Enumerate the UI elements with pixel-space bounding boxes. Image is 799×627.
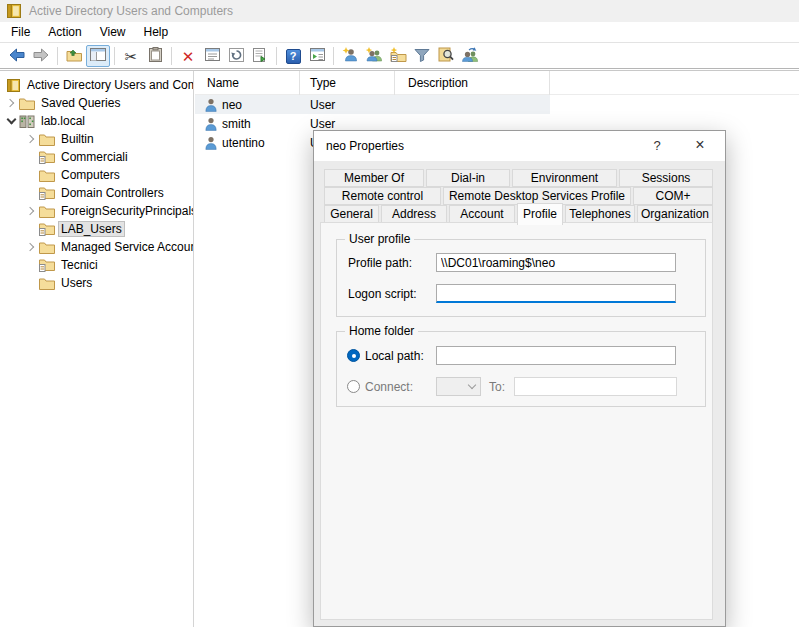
new-user-button[interactable]	[338, 45, 362, 67]
ou-folder-icon	[38, 186, 56, 200]
logon-script-input[interactable]	[436, 284, 676, 303]
domain-icon	[18, 115, 36, 128]
help-button[interactable]: ?	[281, 45, 305, 67]
column-header-description[interactable]: Description	[395, 71, 550, 95]
local-path-input[interactable]	[436, 346, 676, 365]
local-path-label: Local path:	[365, 349, 424, 363]
menu-action[interactable]: Action	[39, 22, 90, 42]
dialog-help-button[interactable]: ?	[647, 136, 667, 156]
profile-path-input[interactable]	[436, 253, 676, 272]
menu-bar: File Action View Help	[0, 22, 799, 43]
delete-button[interactable]: ✕	[176, 45, 200, 67]
tree-item-root[interactable]: Active Directory Users and Computers	[0, 76, 193, 94]
column-header-type[interactable]: Type	[300, 71, 395, 95]
tree-item-tecnici[interactable]: Tecnici	[0, 256, 193, 274]
properties-window-icon	[205, 48, 220, 64]
cut-button[interactable]: ✂	[119, 45, 143, 67]
connect-label: Connect:	[365, 380, 413, 394]
list-row-neo[interactable]: neo User	[195, 95, 550, 114]
tab-account[interactable]: Account	[449, 205, 515, 223]
local-path-radio[interactable]	[347, 349, 360, 362]
up-one-level-button[interactable]	[62, 45, 86, 67]
console-root-icon	[4, 79, 22, 92]
chevron-right-icon[interactable]	[24, 136, 38, 142]
tab-address[interactable]: Address	[381, 205, 447, 223]
console-tree-icon	[90, 48, 106, 64]
back-arrow-icon	[9, 48, 25, 65]
tab-profile[interactable]: Profile	[517, 203, 563, 225]
user-profile-group: User profile Profile path: Logon script:	[336, 239, 706, 317]
refresh-icon	[229, 48, 244, 65]
tree-item-domain-controllers[interactable]: Domain Controllers	[0, 184, 193, 202]
dialog-title-bar: neo Properties ? ×	[314, 131, 725, 161]
dialog-close-button[interactable]: ×	[689, 134, 711, 156]
dialog-tabs: Member Of Dial-in Environment Sessions R…	[324, 169, 713, 223]
tree-item-foreign-security-principals[interactable]: ForeignSecurityPrincipals	[0, 202, 193, 220]
tree-item-commerciali[interactable]: Commerciali	[0, 148, 193, 166]
user-profile-legend: User profile	[345, 232, 414, 246]
chevron-down-icon[interactable]	[4, 116, 18, 126]
new-ou-button[interactable]	[386, 45, 410, 67]
tab-environment[interactable]: Environment	[512, 169, 617, 187]
toolbar-separator	[333, 47, 334, 65]
export-list-button[interactable]	[248, 45, 272, 67]
tab-telephones[interactable]: Telephones	[565, 205, 635, 223]
paste-button[interactable]	[143, 45, 167, 67]
tab-dial-in[interactable]: Dial-in	[426, 169, 510, 187]
tree-item-lab-local[interactable]: lab.local	[0, 112, 193, 130]
home-folder-legend: Home folder	[345, 324, 418, 338]
profile-tab-page: User profile Profile path: Logon script:…	[320, 222, 713, 620]
tree-item-lab-users[interactable]: LAB_Users	[0, 220, 193, 238]
chevron-down-icon	[468, 381, 476, 389]
refresh-button[interactable]	[224, 45, 248, 67]
new-group-button[interactable]	[362, 45, 386, 67]
new-window-button[interactable]	[305, 45, 329, 67]
find-button[interactable]	[434, 45, 458, 67]
forward-arrow-icon	[33, 48, 49, 65]
title-bar: Active Directory Users and Computers	[0, 0, 799, 22]
column-header-name[interactable]: Name	[195, 71, 300, 95]
user-icon	[205, 98, 217, 112]
back-button[interactable]	[5, 45, 29, 67]
clipboard-icon	[149, 47, 162, 65]
tree-item-saved-queries[interactable]: Saved Queries	[0, 94, 193, 112]
list-header: Name Type Description	[195, 71, 799, 95]
tab-general[interactable]: General	[324, 205, 379, 223]
tab-com-plus[interactable]: COM+	[633, 187, 713, 205]
console-tree-toggle-button[interactable]	[86, 45, 110, 67]
app-icon	[7, 4, 21, 18]
menu-help[interactable]: Help	[135, 22, 178, 42]
menu-file[interactable]: File	[2, 22, 39, 42]
delegate-control-button[interactable]	[458, 45, 482, 67]
user-icon	[205, 117, 217, 131]
folder-icon	[38, 205, 56, 218]
tab-remote-control[interactable]: Remote control	[324, 187, 441, 205]
dialog-title: neo Properties	[326, 139, 404, 153]
menu-view[interactable]: View	[91, 22, 135, 42]
chevron-right-icon[interactable]	[24, 208, 38, 214]
tab-organization[interactable]: Organization	[637, 205, 713, 223]
export-list-icon	[253, 48, 268, 65]
tab-member-of[interactable]: Member Of	[324, 169, 424, 187]
new-ou-icon	[390, 47, 407, 65]
toolbar-separator	[57, 47, 58, 65]
tree-item-users[interactable]: Users	[0, 274, 193, 292]
forward-button[interactable]	[29, 45, 53, 67]
chevron-right-icon[interactable]	[4, 100, 18, 106]
tab-sessions[interactable]: Sessions	[619, 169, 713, 187]
toolbar-separator	[276, 47, 277, 65]
filter-funnel-icon	[414, 48, 430, 65]
window-title: Active Directory Users and Computers	[29, 4, 233, 18]
toolbar-separator	[114, 47, 115, 65]
ou-folder-icon	[38, 150, 56, 164]
tab-row-1: Member Of Dial-in Environment Sessions	[324, 169, 713, 187]
tree-item-managed-service-accounts[interactable]: Managed Service Accounts	[0, 238, 193, 256]
connect-radio[interactable]	[347, 380, 360, 393]
chevron-right-icon[interactable]	[24, 244, 38, 250]
filter-button[interactable]	[410, 45, 434, 67]
tree-item-builtin[interactable]: Builtin	[0, 130, 193, 148]
drive-letter-dropdown[interactable]	[436, 377, 481, 396]
connect-to-input[interactable]	[514, 377, 677, 396]
tree-item-computers[interactable]: Computers	[0, 166, 193, 184]
properties-button[interactable]	[200, 45, 224, 67]
